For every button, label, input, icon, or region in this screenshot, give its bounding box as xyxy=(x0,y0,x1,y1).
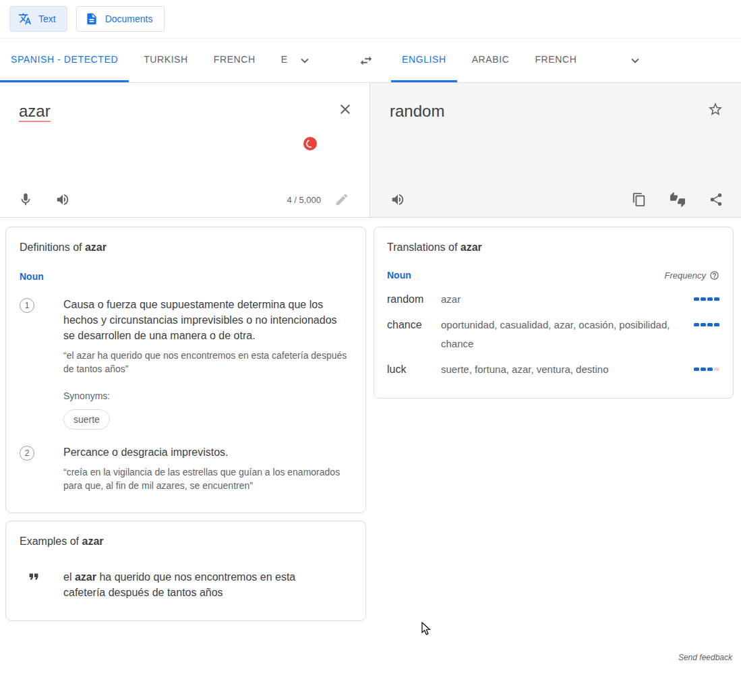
examples-title-word: azar xyxy=(82,535,103,547)
edit-icon xyxy=(334,192,349,207)
copy-translation-button[interactable] xyxy=(632,192,647,207)
definitions-card: Definitions of azar Noun 1 Causa o fuerz… xyxy=(5,227,366,513)
definition-text: Causa o fuerza que supuestamente determi… xyxy=(63,297,348,343)
target-lang-tab-french[interactable]: FRENCH xyxy=(524,38,587,82)
translation-backtranslations: azar xyxy=(441,290,690,309)
translation-word[interactable]: luck xyxy=(387,360,441,379)
rate-translation-icon xyxy=(670,192,685,207)
target-lang-tab-arabic[interactable]: ARABIC xyxy=(461,38,521,82)
target-language-tabs: ENGLISH ARABIC FRENCH xyxy=(382,38,741,82)
details-section: Definitions of azar Noun 1 Causa o fuerz… xyxy=(0,218,741,621)
definition-text: Percance o desgracia imprevistos. xyxy=(63,444,348,460)
source-panel: azar 4 / xyxy=(0,83,370,217)
swap-languages-icon xyxy=(359,53,374,68)
source-lang-tab-spanish[interactable]: SPANISH - DETECTED xyxy=(0,38,129,82)
translate-icon xyxy=(18,12,32,26)
source-toolbar xyxy=(18,192,70,207)
save-translation-button[interactable] xyxy=(707,101,723,117)
source-lang-tab-turkish[interactable]: TURKISH xyxy=(133,38,199,82)
definitions-title-word: azar xyxy=(85,241,107,253)
handwriting-input-button[interactable] xyxy=(334,192,349,207)
definition-quote: “creía en la vigilancia de las estrellas… xyxy=(63,465,348,492)
text-mode-button[interactable]: Text xyxy=(9,6,67,32)
topbar: Text Documents xyxy=(0,0,741,38)
translations-table: random azar chance oportunidad, casualid… xyxy=(387,290,719,379)
copy-icon xyxy=(632,192,647,207)
mic-button[interactable] xyxy=(18,192,33,207)
frequency-bars xyxy=(690,316,719,353)
translations-title-word: azar xyxy=(461,241,482,253)
translations-pos-label: Noun xyxy=(387,270,411,281)
examples-card: Examples of azar el azar ha querido que … xyxy=(5,521,366,621)
examples-title: Examples of azar xyxy=(20,535,349,548)
definition-item: 1 Causa o fuerza que supuestamente deter… xyxy=(20,297,349,430)
target-toolbar xyxy=(632,192,723,207)
example-text: el azar ha querido que nos encontremos e… xyxy=(63,569,349,600)
translations-header: Noun Frequency xyxy=(387,270,719,281)
swap-languages-button[interactable] xyxy=(351,38,382,82)
source-lang-tab-french[interactable]: FRENCH xyxy=(203,38,266,82)
rate-translation-button[interactable] xyxy=(670,192,685,207)
frequency-bars xyxy=(690,290,719,309)
synonyms-label: Synonyms: xyxy=(63,390,348,401)
source-word[interactable]: azar xyxy=(19,102,51,122)
close-icon xyxy=(337,101,353,117)
frequency-label: Frequency xyxy=(665,270,719,281)
translation-backtranslations: suerte, fortuna, azar, ventura, destino xyxy=(441,360,690,379)
speaker-icon xyxy=(55,192,70,207)
documents-mode-label: Documents xyxy=(105,13,153,24)
definitions-title: Definitions of azar xyxy=(20,241,349,254)
text-mode-label: Text xyxy=(38,13,56,24)
translations-card: Translations of azar Noun Frequency rand… xyxy=(374,227,734,399)
target-panel: random xyxy=(370,83,741,217)
source-language-expand-button[interactable] xyxy=(289,38,320,82)
translation-word[interactable]: chance xyxy=(387,316,441,353)
source-toolbar-right: 4 / 5,000 xyxy=(287,192,349,207)
share-translation-button[interactable] xyxy=(709,192,723,207)
target-language-expand-button[interactable] xyxy=(620,38,651,82)
quote-icon xyxy=(26,569,41,584)
chevron-down-icon xyxy=(297,53,312,68)
send-feedback-link[interactable]: Send feedback xyxy=(678,653,732,662)
translation-backtranslations: oportunidad, casualidad, azar, ocasión, … xyxy=(441,316,690,353)
listen-source-button[interactable] xyxy=(55,192,70,207)
translations-title: Translations of azar xyxy=(387,241,719,254)
translation-word[interactable]: random xyxy=(387,290,441,309)
star-icon xyxy=(707,101,723,117)
chevron-down-icon xyxy=(628,53,643,68)
source-text-input[interactable]: azar xyxy=(19,101,51,121)
mouse-cursor xyxy=(421,622,432,639)
language-bar: SPANISH - DETECTED TURKISH FRENCH E ENGL… xyxy=(0,38,741,83)
speaker-icon xyxy=(390,192,405,207)
translation-panels: azar 4 / xyxy=(0,83,741,218)
mic-icon xyxy=(18,192,33,207)
synonym-chip[interactable]: suerte xyxy=(63,409,110,430)
definition-quote: “el azar ha querido que nos encontremos … xyxy=(63,349,348,376)
definitions-pos-label: Noun xyxy=(20,271,349,282)
source-lang-tab-truncated[interactable]: E xyxy=(270,38,289,82)
share-icon xyxy=(709,192,723,207)
definition-number: 2 xyxy=(20,446,34,461)
target-lang-tab-english[interactable]: ENGLISH xyxy=(391,38,457,82)
example-item: el azar ha querido que nos encontremos e… xyxy=(20,569,349,600)
google-translate-app: Text Documents SPANISH - DETECTED TURKIS… xyxy=(0,0,741,700)
documents-mode-button[interactable]: Documents xyxy=(76,6,165,32)
spell-suggestion-indicator xyxy=(303,137,317,150)
clear-source-text-button[interactable] xyxy=(337,101,353,117)
definition-item: 2 Percance o desgracia imprevistos. “cre… xyxy=(20,444,349,492)
char-count: 4 / 5,000 xyxy=(287,195,321,205)
translated-text: random xyxy=(390,101,444,121)
document-icon xyxy=(85,12,98,26)
definition-number: 1 xyxy=(20,298,34,313)
frequency-bars xyxy=(690,360,719,379)
source-language-tabs: SPANISH - DETECTED TURKISH FRENCH E xyxy=(0,38,351,82)
help-icon[interactable] xyxy=(709,270,719,281)
example-highlighted-word: azar xyxy=(75,571,96,583)
listen-translation-button[interactable] xyxy=(390,192,405,207)
